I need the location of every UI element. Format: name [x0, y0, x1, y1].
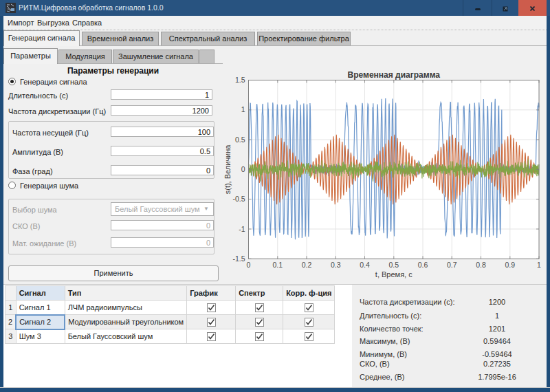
svg-text:1: 1 [241, 105, 245, 113]
svg-text:0.9: 0.9 [505, 261, 515, 269]
svg-text:0.5: 0.5 [388, 261, 399, 269]
svg-text:0.5: 0.5 [235, 135, 245, 144]
svg-text:0.4: 0.4 [360, 261, 370, 269]
svg-text:0: 0 [247, 261, 251, 269]
svg-text:0: 0 [241, 165, 245, 173]
svg-text:0.6: 0.6 [418, 261, 428, 269]
svg-text:t, Время, с: t, Время, с [375, 270, 412, 279]
svg-text:1: 1 [537, 261, 541, 269]
svg-text:-1: -1 [239, 225, 245, 233]
svg-text:Временная диаграмма: Временная диаграмма [348, 70, 441, 80]
svg-text:0.8: 0.8 [476, 261, 486, 269]
svg-text:1.5: 1.5 [235, 76, 245, 84]
svg-text:-1.5: -1.5 [232, 254, 245, 263]
svg-text:0.7: 0.7 [447, 261, 457, 269]
svg-text:0.1: 0.1 [272, 261, 283, 269]
svg-text:s(t), Величина: s(t), Величина [223, 144, 232, 195]
svg-text:-0.5: -0.5 [232, 195, 245, 203]
svg-text:0.3: 0.3 [331, 261, 341, 269]
svg-text:0.2: 0.2 [302, 261, 312, 269]
